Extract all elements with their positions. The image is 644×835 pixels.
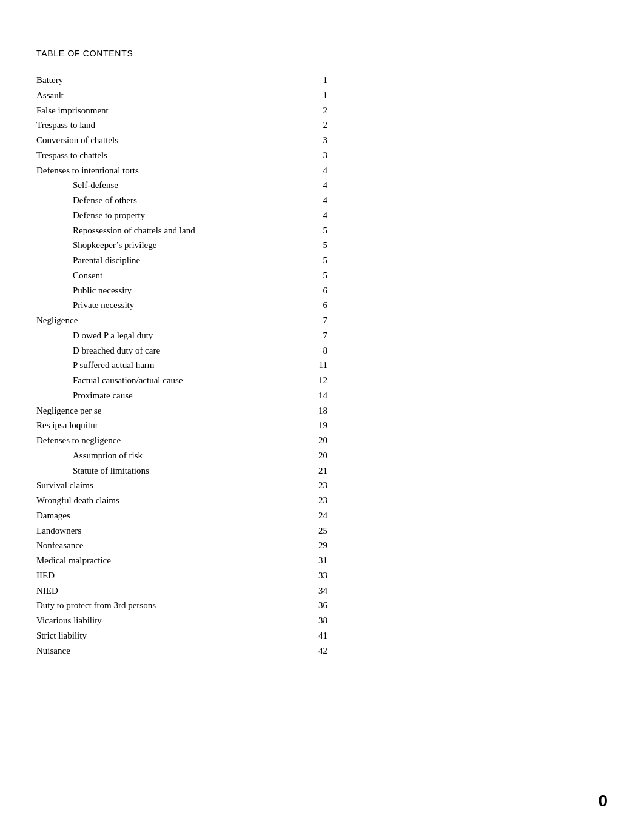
toc-row: Defense to property4 xyxy=(36,208,327,223)
toc-page: 2 xyxy=(309,118,327,133)
toc-page: 20 xyxy=(309,433,327,448)
toc-row: Res ipsa loquitur19 xyxy=(36,418,327,433)
toc-page: 5 xyxy=(309,268,327,283)
toc-label: False imprisonment xyxy=(36,103,109,118)
toc-label: Landowners xyxy=(36,523,81,538)
toc-row: Survival claims23 xyxy=(36,478,327,493)
toc-page: 3 xyxy=(309,148,327,163)
toc-page: 38 xyxy=(309,613,327,628)
toc-row: Factual causation/actual cause12 xyxy=(36,373,327,388)
toc-row: Negligence per se18 xyxy=(36,403,327,418)
toc-label: Assumption of risk xyxy=(36,448,143,463)
toc-label: Nonfeasance xyxy=(36,538,83,553)
toc-row: Private necessity6 xyxy=(36,298,327,313)
toc-label: Statute of limitations xyxy=(36,463,149,478)
toc-label: Negligence xyxy=(36,313,78,328)
toc-row: Duty to protect from 3rd persons36 xyxy=(36,598,327,613)
toc-page: 23 xyxy=(309,493,327,508)
toc-label: Defenses to negligence xyxy=(36,433,121,448)
toc-row: D owed P a legal duty7 xyxy=(36,328,327,343)
toc-page: 29 xyxy=(309,538,327,553)
toc-label: Nuisance xyxy=(36,643,70,659)
toc-row: Public necessity6 xyxy=(36,283,327,298)
toc-row: IIED33 xyxy=(36,568,327,583)
toc-page: 3 xyxy=(309,133,327,148)
toc-page: 14 xyxy=(309,388,327,403)
toc-page: 31 xyxy=(309,553,327,568)
toc-label: Repossession of chattels and land xyxy=(36,223,195,238)
toc-page: 2 xyxy=(309,103,327,118)
toc-label: Battery xyxy=(36,73,63,88)
toc-page: 34 xyxy=(309,583,327,599)
toc-page: 6 xyxy=(309,298,327,313)
toc-label: Assault xyxy=(36,88,64,103)
toc-row: Trespass to land2 xyxy=(36,118,327,133)
toc-page: 6 xyxy=(309,283,327,298)
toc-label: Proximate cause xyxy=(36,388,133,403)
toc-row: Wrongful death claims23 xyxy=(36,493,327,508)
toc-label: Negligence per se xyxy=(36,403,101,418)
toc-label: Vicarious liability xyxy=(36,613,102,628)
toc-page: 7 xyxy=(309,313,327,328)
toc-row: Consent5 xyxy=(36,268,327,283)
toc-row: Assumption of risk20 xyxy=(36,448,327,463)
toc-label: NIED xyxy=(36,583,58,599)
toc-page: 1 xyxy=(309,88,327,103)
toc-label: Shopkeeper’s privilege xyxy=(36,238,156,253)
toc-page: 33 xyxy=(309,568,327,583)
toc-label: Parental discipline xyxy=(36,253,140,268)
toc-row: Medical malpractice31 xyxy=(36,553,327,568)
toc-row: Battery1 xyxy=(36,73,327,88)
toc-page: 4 xyxy=(309,163,327,178)
toc-row: Defenses to intentional torts4 xyxy=(36,163,327,178)
toc-row: Parental discipline5 xyxy=(36,253,327,268)
toc-row: False imprisonment2 xyxy=(36,103,327,118)
toc-label: D breached duty of care xyxy=(36,343,160,358)
toc-page: 36 xyxy=(309,598,327,613)
toc-label: Defenses to intentional torts xyxy=(36,163,139,178)
toc-row: D breached duty of care8 xyxy=(36,343,327,358)
toc-row: Negligence7 xyxy=(36,313,327,328)
toc-label: Survival claims xyxy=(36,478,93,493)
toc-label: Defense to property xyxy=(36,208,145,223)
toc-row: P suffered actual harm11 xyxy=(36,358,327,373)
toc-page: 8 xyxy=(309,343,327,358)
toc-row: Assault1 xyxy=(36,88,327,103)
toc-page: 1 xyxy=(309,73,327,88)
toc-page: 7 xyxy=(309,328,327,343)
toc-page: 11 xyxy=(309,358,327,373)
toc-label: Self-defense xyxy=(36,178,118,193)
toc-row: Landowners25 xyxy=(36,523,327,538)
toc-page: 19 xyxy=(309,418,327,433)
toc-row: Nonfeasance29 xyxy=(36,538,327,553)
toc-row: Defenses to negligence20 xyxy=(36,433,327,448)
toc-row: Proximate cause14 xyxy=(36,388,327,403)
toc-page: 4 xyxy=(309,193,327,208)
toc-label: Defense of others xyxy=(36,193,137,208)
page-container: TABLE OF CONTENTS Battery1Assault1False … xyxy=(0,0,364,694)
toc-page: 23 xyxy=(309,478,327,493)
toc-row: NIED34 xyxy=(36,583,327,599)
toc-label: Consent xyxy=(36,268,102,283)
toc-page: 4 xyxy=(309,208,327,223)
toc-label: Conversion of chattels xyxy=(36,133,118,148)
toc-label: Public necessity xyxy=(36,283,132,298)
toc-page: 42 xyxy=(309,643,327,659)
toc-label: Res ipsa loquitur xyxy=(36,418,98,433)
toc-label: Private necessity xyxy=(36,298,134,313)
toc-row: Damages24 xyxy=(36,508,327,523)
toc-row: Defense of others4 xyxy=(36,193,327,208)
toc-page: 5 xyxy=(309,253,327,268)
toc-label: Duty to protect from 3rd persons xyxy=(36,598,156,613)
toc-row: Nuisance42 xyxy=(36,643,327,659)
toc-page: 41 xyxy=(309,628,327,643)
toc-label: Strict liability xyxy=(36,628,87,643)
toc-label: D owed P a legal duty xyxy=(36,328,153,343)
toc-row: Shopkeeper’s privilege5 xyxy=(36,238,327,253)
toc-row: Conversion of chattels3 xyxy=(36,133,327,148)
toc-page: 18 xyxy=(309,403,327,418)
toc-row: Vicarious liability38 xyxy=(36,613,327,628)
toc-page: 20 xyxy=(309,448,327,463)
toc-row: Repossession of chattels and land5 xyxy=(36,223,327,238)
toc-row: Statute of limitations21 xyxy=(36,463,327,478)
